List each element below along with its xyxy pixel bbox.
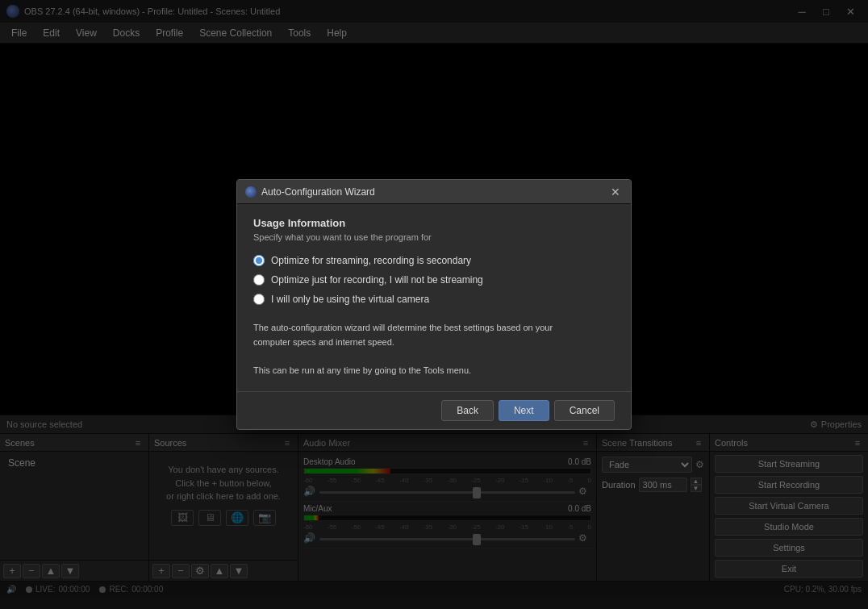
radio-input-2[interactable] [253,274,265,286]
dialog-close-button[interactable]: ✕ [608,185,623,199]
radio-input-1[interactable] [253,255,265,266]
dialog-app-icon [245,186,257,198]
dialog-info-line1: The auto-configuration wizard will deter… [253,321,615,336]
radio-option-1: Optimize for streaming, recording is sec… [253,255,615,266]
dialog-footer: Back Next Cancel [237,391,631,429]
dialog-info-line2: computer specs and internet speed. [253,336,615,350]
modal-overlay: Auto-Configuration Wizard ✕ Usage Inform… [0,0,868,609]
radio-option-2: Optimize just for recording, I will not … [253,274,615,286]
radio-label-1[interactable]: Optimize for streaming, recording is sec… [271,255,471,266]
dialog-back-button[interactable]: Back [441,400,494,421]
radio-input-3[interactable] [253,294,265,305]
dialog-titlebar: Auto-Configuration Wizard ✕ [237,180,631,204]
radio-option-3: I will only be using the virtual camera [253,294,615,305]
dialog-info: The auto-configuration wizard will deter… [253,321,615,377]
dialog-cancel-button[interactable]: Cancel [554,400,615,421]
radio-label-3[interactable]: I will only be using the virtual camera [271,294,429,305]
dialog-next-button[interactable]: Next [499,400,549,421]
dialog-body: Usage Information Specify what you want … [237,204,631,390]
dialog-info-line4: This can be run at any time by going to … [253,364,615,378]
dialog-title-left: Auto-Configuration Wizard [245,186,375,198]
dialog-section-title: Usage Information [253,217,615,229]
dialog-title-text: Auto-Configuration Wizard [261,186,375,198]
auto-config-dialog: Auto-Configuration Wizard ✕ Usage Inform… [236,179,632,429]
radio-label-2[interactable]: Optimize just for recording, I will not … [271,274,483,286]
dialog-section-subtitle: Specify what you want to use the program… [253,232,615,242]
